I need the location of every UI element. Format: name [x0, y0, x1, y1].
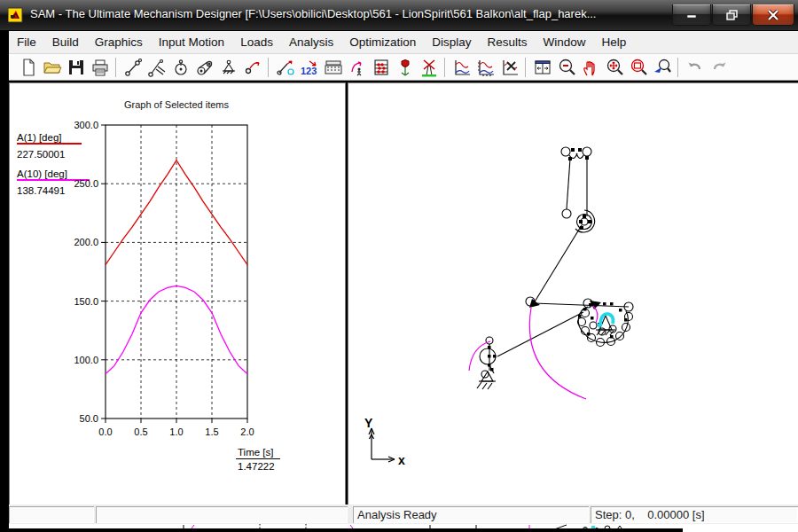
toolbar-separator [444, 58, 446, 77]
menu-help[interactable]: Help [594, 34, 635, 51]
zoom-extents-icon[interactable] [602, 56, 626, 79]
menu-loads[interactable]: Loads [232, 34, 281, 51]
close-button[interactable] [752, 4, 794, 26]
print-icon[interactable] [88, 56, 112, 79]
status-pane-2 [96, 506, 348, 523]
status-step-info: Step: 0, 0.00000 [s] [591, 506, 798, 523]
axis-x-label: x [398, 453, 405, 467]
minimize-button[interactable] [672, 4, 711, 26]
menu-optimization[interactable]: Optimization [341, 34, 424, 51]
restore-button[interactable] [712, 4, 751, 26]
title-bar[interactable]: SAM - The Ultimate Mechanism Designer [F… [0, 0, 798, 31]
menu-input-motion[interactable]: Input Motion [151, 34, 232, 51]
new-file-icon[interactable] [16, 56, 40, 79]
menu-bar: File Build Graphics Input Motion Loads A… [9, 31, 798, 54]
split-view-icon[interactable] [530, 56, 554, 79]
zoom-previous-icon[interactable] [650, 56, 674, 79]
menu-build[interactable]: Build [44, 34, 87, 51]
belt-element-icon[interactable] [192, 56, 216, 79]
toolbar-separator [677, 58, 679, 77]
svg-text:50.0: 50.0 [80, 413, 98, 424]
window-title: SAM - The Ultimate Mechanism Designer [F… [30, 7, 597, 20]
svg-text:0.0: 0.0 [98, 426, 112, 437]
zoom-window-icon[interactable] [626, 56, 650, 79]
save-file-icon[interactable] [64, 56, 88, 79]
graph-window[interactable]: Graph of Selected items A(1) [deg] 227.5… [9, 82, 346, 506]
slider-element-icon[interactable] [145, 56, 168, 79]
beam-element-icon[interactable] [121, 56, 145, 79]
origin-axes [369, 428, 395, 462]
graph-plot-area[interactable]: 50.0100.0150.0200.0250.0300.00.00.51.01.… [10, 83, 345, 505]
time-cursor-value: 1.47222 [236, 459, 280, 472]
redo-icon[interactable] [707, 56, 731, 79]
toolbar-separator [115, 58, 117, 77]
top-linkage [561, 147, 591, 218]
svg-text:100.0: 100.0 [74, 355, 98, 365]
node-arrow-element-icon[interactable] [240, 56, 264, 79]
axis-y-label: Y [364, 416, 373, 430]
desktop: SAM - The Ultimate Mechanism Designer [F… [0, 0, 798, 532]
svg-text:123: 123 [301, 66, 317, 76]
svg-text:250.0: 250.0 [74, 178, 98, 189]
links [497, 225, 629, 356]
show-graph-icon[interactable] [450, 56, 473, 79]
sam-app-icon [8, 7, 24, 23]
svg-text:200.0: 200.0 [74, 237, 98, 247]
desktop-edge [0, 528, 683, 532]
zoom-out-icon[interactable] [554, 56, 578, 79]
numeric-input-123-icon[interactable]: 123 [297, 56, 321, 79]
keyboard-input-icon[interactable] [321, 56, 345, 79]
svg-text:300.0: 300.0 [74, 120, 98, 130]
menu-results[interactable]: Results [480, 34, 536, 51]
mechanism-drawing[interactable]: Y x [348, 83, 797, 504]
svg-text:1.5: 1.5 [205, 426, 218, 437]
motor-joint [575, 210, 595, 232]
windmill-example-icon[interactable] [417, 56, 441, 79]
menu-window[interactable]: Window [536, 34, 594, 51]
time-axis-label: Time [s] [236, 447, 280, 459]
toolbar-separator [525, 58, 527, 77]
analysis-abacus-icon[interactable] [369, 56, 393, 79]
undo-icon[interactable] [683, 56, 707, 79]
svg-text:0.5: 0.5 [134, 426, 147, 437]
toolbar-separator [268, 58, 270, 77]
time-readout: Time [s] 1.47222 [236, 447, 280, 472]
open-file-icon[interactable] [40, 56, 64, 79]
menu-display[interactable]: Display [424, 34, 479, 51]
motion-profile-icon[interactable] [345, 56, 369, 79]
input-motion-icon[interactable] [273, 56, 297, 79]
gear-element-icon[interactable] [168, 56, 192, 79]
menu-analysis[interactable]: Analysis [281, 34, 341, 51]
optimization-tulip-icon[interactable] [393, 56, 417, 79]
support-element-icon[interactable] [216, 56, 240, 79]
left-crank-linkage [477, 337, 497, 389]
toolbar: 123 [9, 54, 798, 81]
status-pane-1 [9, 506, 94, 523]
status-bar: Analysis Ready Step: 0, 0.00000 [s] [9, 505, 798, 524]
menu-file[interactable]: File [9, 34, 44, 51]
svg-text:2.0: 2.0 [240, 426, 254, 437]
menu-graphics[interactable]: Graphics [87, 34, 151, 51]
mechanism-window[interactable]: Y x [348, 82, 798, 506]
close-graph-icon[interactable] [497, 56, 521, 79]
svg-text:150.0: 150.0 [74, 296, 98, 307]
graph-axes-options-icon[interactable] [473, 56, 497, 79]
svg-text:1.0: 1.0 [169, 426, 183, 437]
pan-hand-icon[interactable] [578, 56, 602, 79]
status-message: Analysis Ready [353, 506, 589, 523]
